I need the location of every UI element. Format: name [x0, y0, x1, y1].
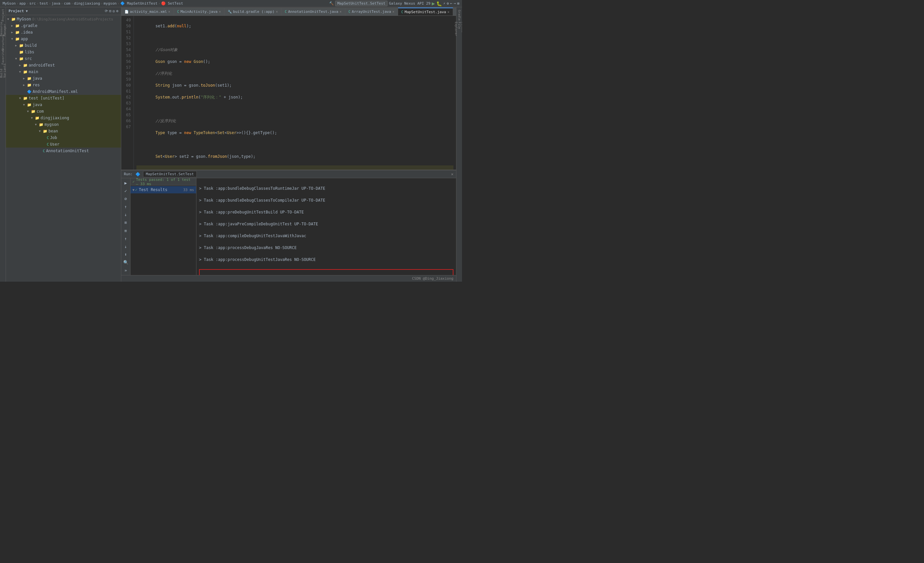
tree-item-bean[interactable]: ▼ 📁 bean	[6, 128, 121, 135]
run-sort-asc[interactable]: ↑	[122, 204, 129, 210]
tab-icon-gradle: 🔧	[228, 10, 232, 13]
tree-item-java-main[interactable]: ▶ 📁 java	[6, 75, 121, 82]
breadcrumb-mygson[interactable]: MyGson	[3, 1, 16, 6]
sidebar-item-favorites[interactable]: Favorites	[0, 50, 6, 63]
tab-icon-xml: 📄	[124, 10, 129, 13]
tree-item-user[interactable]: C User	[6, 141, 121, 148]
tree-item-src[interactable]: ▼ 📁 src	[6, 55, 121, 62]
tree-item-app[interactable]: ▼ 📁 app	[6, 36, 121, 42]
tree-item-job[interactable]: C Job	[6, 135, 121, 141]
close-tab-annotationunittest[interactable]: ×	[340, 10, 342, 13]
close-tab-mainactivity[interactable]: ×	[219, 10, 221, 13]
run-check-button[interactable]: ✓	[122, 187, 129, 194]
sidebar-item-device-explorer[interactable]: Device File Explorer	[457, 22, 462, 36]
recent-files-icon[interactable]: ⊞	[457, 1, 459, 6]
sidebar-item-build-variants[interactable]: Build Variants	[0, 64, 6, 77]
sidebar-item-gradle[interactable]: Gradle	[457, 9, 462, 22]
run-arrow-down[interactable]: ↓	[122, 243, 129, 250]
tab-label-annotationunittest: AnnotationUnitTest.java	[288, 9, 338, 14]
tree-item-dingjiaxiong[interactable]: ▼ 📁 dingjiaxiong	[6, 115, 121, 121]
output-line-4: > Task :app:javaPreCompileDebugUnitTest …	[199, 221, 453, 227]
run-align-left[interactable]: ≡	[122, 219, 129, 226]
run-button[interactable]: ▶	[432, 0, 435, 7]
tree-item-build[interactable]: ▶ 📁 build	[6, 42, 121, 49]
tree-item-root[interactable]: ▼ 📁 MyGson D:\DingJiaxiong\AndroidStudio…	[6, 16, 121, 22]
run-arrow-up[interactable]: ↑	[122, 235, 129, 242]
tab-mainactivity[interactable]: C MainActivity.java ×	[174, 7, 225, 15]
close-run-tab[interactable]: ×	[451, 172, 453, 177]
breadcrumb-mygson2[interactable]: mygson	[104, 1, 117, 6]
tab-annotationunittest[interactable]: C AnnotationUnitTest.java ×	[281, 7, 345, 15]
breadcrumb-settest[interactable]: 🔴 SetTest	[161, 1, 183, 6]
close-tab-buildgradle[interactable]: ×	[276, 10, 278, 13]
tab-activity-main[interactable]: 📄 activity_main.xml ×	[121, 7, 174, 15]
tree-item-gradle[interactable]: ▶ 📁 .gradle	[6, 22, 121, 29]
test-results-label: Test Results	[139, 187, 167, 192]
sidebar-item-structure[interactable]: Structure	[0, 36, 6, 49]
test-results-root[interactable]: ▼ ✓ Test Results 33 ms	[130, 186, 196, 193]
test-results-tree: ▼ ✓ Test Results 33 ms	[130, 186, 196, 275]
locate-icon[interactable]: ◎	[113, 9, 115, 13]
tree-item-res[interactable]: ▶ 📁 res	[6, 82, 121, 88]
tree-item-annotation-unit-test[interactable]: C AnnotationUnitTest	[6, 148, 121, 154]
debug-button[interactable]: 🐛	[436, 1, 442, 6]
settings-panel-icon[interactable]: ⚙	[116, 9, 118, 13]
run-sort-desc[interactable]: ↓	[122, 211, 129, 218]
close-tab-mapsetunittest[interactable]: ×	[447, 10, 450, 14]
back-icon[interactable]: ←	[450, 1, 453, 6]
run-active-tab-label[interactable]: MapSetUnitTest.SetTest	[143, 171, 197, 177]
tab-label-buildgradle: build.gradle (:app)	[233, 9, 274, 14]
breadcrumb-app[interactable]: app	[19, 1, 26, 6]
breadcrumb-dingjiaxiong[interactable]: dingjiaxiong	[74, 1, 100, 6]
test-results-header: ✓ Tests passed: 1 of 1 test — 33 ms	[130, 178, 196, 186]
tab-buildgradle[interactable]: 🔧 build.gradle (:app) ×	[224, 7, 281, 15]
tab-mapsetunittest[interactable]: C MapSetUnitTest.java ×	[398, 7, 453, 15]
device-selector[interactable]: Galaxy Nexus API 29	[389, 1, 430, 6]
code-content[interactable]: set1.add(null); //Gson对象 Gson gson = new…	[134, 16, 456, 170]
output-line-2: > Task :app:bundleDebugClassesToCompileJ…	[199, 197, 453, 203]
breadcrumb-com[interactable]: com	[64, 1, 70, 6]
close-tab-activity-main[interactable]: ×	[168, 10, 170, 13]
run-config-selector[interactable]: MapSetUnitTest.SetTest	[335, 1, 388, 6]
tab-bar: 📄 activity_main.xml × C MainActivity.jav…	[121, 7, 456, 16]
run-filter[interactable]: 🔍	[122, 259, 129, 266]
breadcrumb-src[interactable]: src	[29, 1, 36, 6]
tree-item-test[interactable]: ▼ 📁 test [unitTest]	[6, 95, 121, 102]
tree-item-manifest[interactable]: 🔷 AndroidManifest.xml	[6, 88, 121, 95]
code-line-51: //Gson对象	[136, 47, 453, 53]
run-export[interactable]: ⬆	[122, 252, 129, 258]
tests-passed-label: ✓	[132, 180, 135, 184]
tree-item-main[interactable]: ▼ 📁 main	[6, 69, 121, 75]
run-rerun-button[interactable]: ▶	[122, 180, 129, 186]
collapse-all-icon[interactable]: ⊟	[109, 9, 111, 13]
sidebar-item-project[interactable]: Project	[0, 9, 6, 22]
tree-item-java-test[interactable]: ▼ 📁 java	[6, 102, 121, 108]
tab-user[interactable]: C User.java ×	[453, 7, 456, 15]
output-line-3: > Task :app:preDebugUnitTestBuild UP-TO-…	[199, 209, 453, 215]
left-sidebar-strip: Project Resource Manager Structure Favor…	[0, 7, 6, 282]
project-view-dropdown[interactable]: ▼	[26, 9, 28, 13]
sync-icon[interactable]: ⟳	[105, 9, 108, 13]
tree-item-libs[interactable]: 📁 libs	[6, 49, 121, 55]
tree-item-com[interactable]: ▼ 📁 com	[6, 108, 121, 115]
tab-arrayunittest[interactable]: C ArrayUnitTest.java ×	[345, 7, 398, 15]
tab-icon-java4: C	[401, 10, 404, 14]
coverage-button[interactable]: ⚡	[443, 1, 446, 6]
tree-item-androidtest[interactable]: ▶ 📁 androidTest	[6, 62, 121, 69]
tree-item-idea[interactable]: ▶ 📁 .idea	[6, 29, 121, 36]
run-align-right[interactable]: ≡	[122, 227, 129, 234]
run-more[interactable]: »	[122, 267, 129, 274]
close-tab-arrayunittest[interactable]: ×	[393, 10, 394, 13]
settings-icon[interactable]: ⚙	[447, 1, 449, 6]
forward-icon[interactable]: →	[454, 1, 456, 6]
right-sidebar-strip: Gradle Device File Explorer	[456, 7, 462, 282]
breadcrumb-mapsetunittest[interactable]: 🔷 MapSetUnitTest	[120, 1, 158, 6]
sidebar-item-resource-manager[interactable]: Resource Manager	[0, 22, 6, 36]
run-stop-button[interactable]: ⊘	[122, 195, 129, 202]
status-bar: CSDN @Ding_Jiaxiong	[121, 275, 456, 282]
breadcrumb-java[interactable]: java	[52, 1, 61, 6]
run-output[interactable]: > Task :app:bundleDebugClassesToRuntimeJ…	[196, 178, 456, 275]
project-panel: Project ▼ ⟳ ⊟ ◎ ⚙ ▼ 📁 MyGson D:\DingJiax…	[6, 7, 121, 282]
breadcrumb-test[interactable]: test	[39, 1, 48, 6]
tree-item-mygson[interactable]: ▼ 📁 mygson	[6, 121, 121, 128]
